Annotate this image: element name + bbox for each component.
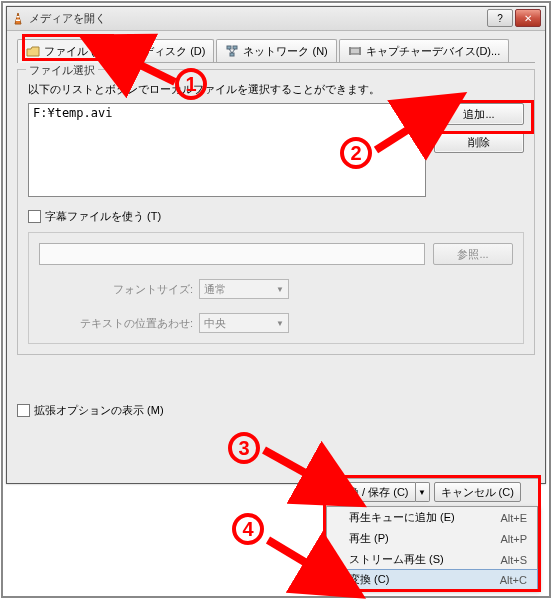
menu-item-label: 再生キューに追加 (E) <box>349 510 455 525</box>
font-size-label: フォントサイズ: <box>39 282 199 297</box>
svg-rect-6 <box>233 46 237 49</box>
svg-rect-7 <box>230 53 234 56</box>
svg-rect-10 <box>359 47 361 55</box>
checkbox-icon[interactable] <box>17 404 30 417</box>
menu-item-play[interactable]: 再生 (P) Alt+P <box>327 528 537 549</box>
extended-checkbox-row[interactable]: 拡張オプションの表示 (M) <box>17 403 535 418</box>
svg-point-4 <box>131 50 134 53</box>
browse-button: 参照... <box>433 243 513 265</box>
subtitle-path-input <box>39 243 425 265</box>
remove-button[interactable]: 削除 <box>434 131 524 153</box>
menu-item-shortcut: Alt+C <box>500 574 527 586</box>
network-icon <box>225 44 239 58</box>
svg-marker-0 <box>15 13 21 24</box>
help-button[interactable]: ? <box>487 9 513 27</box>
file-select-group: ファイル選択 以下のリストとボタンでローカルファイルを選択することができます。 … <box>17 69 535 355</box>
align-value: 中央 <box>204 316 226 331</box>
cancel-button[interactable]: キャンセル (C) <box>434 482 521 502</box>
add-button[interactable]: 追加... <box>434 103 524 125</box>
font-size-value: 通常 <box>204 282 226 297</box>
tab-capture[interactable]: キャプチャーデバイス(D)... <box>339 39 509 62</box>
svg-rect-5 <box>227 46 231 49</box>
action-panel: 変換 / 保存 (C) ▼ キャンセル (C) 再生キューに追加 (E) Alt… <box>326 478 538 590</box>
file-list[interactable]: F:¥temp.avi <box>28 103 426 197</box>
tab-label: ディスク (D) <box>143 44 205 59</box>
subtitle-checkbox-label: 字幕ファイルを使う (T) <box>45 209 161 224</box>
chevron-down-icon: ▼ <box>276 285 284 294</box>
menu-item-label: 再生 (P) <box>349 531 389 546</box>
menu-item-enqueue[interactable]: 再生キューに追加 (E) Alt+E <box>327 507 537 528</box>
tab-label: ネットワーク (N) <box>243 44 327 59</box>
font-size-combo: 通常 ▼ <box>199 279 289 299</box>
extended-checkbox-label: 拡張オプションの表示 (M) <box>34 403 164 418</box>
window-buttons: ? ✕ <box>485 9 541 27</box>
open-media-dialog: メディアを開く ? ✕ ファイル (F) ディスク (D) <box>6 6 546 484</box>
close-button[interactable]: ✕ <box>515 9 541 27</box>
tabs: ファイル (F) ディスク (D) ネットワーク (N) キャプチャーデバイス(… <box>17 39 535 63</box>
menu-item-shortcut: Alt+P <box>500 533 527 545</box>
dialog-body: ファイル (F) ディスク (D) ネットワーク (N) キャプチャーデバイス(… <box>7 31 545 426</box>
checkbox-icon[interactable] <box>28 210 41 223</box>
menu-item-convert[interactable]: 変換 (C) Alt+C <box>326 569 538 590</box>
disc-icon <box>125 44 139 58</box>
svg-rect-2 <box>16 19 20 21</box>
align-label: テキストの位置あわせ: <box>39 316 199 331</box>
file-select-instruction: 以下のリストとボタンでローカルファイルを選択することができます。 <box>28 82 524 97</box>
menu-item-label: ストリーム再生 (S) <box>349 552 444 567</box>
svg-rect-1 <box>17 16 20 18</box>
convert-save-button[interactable]: 変換 / 保存 (C) <box>330 482 416 502</box>
capture-icon <box>348 44 362 58</box>
subtitle-checkbox-row[interactable]: 字幕ファイルを使う (T) <box>28 209 524 224</box>
convert-save-split-button[interactable]: 変換 / 保存 (C) ▼ <box>330 482 430 502</box>
tab-disc[interactable]: ディスク (D) <box>116 39 214 62</box>
file-select-legend: ファイル選択 <box>26 63 98 78</box>
tab-network[interactable]: ネットワーク (N) <box>216 39 336 62</box>
tab-file[interactable]: ファイル (F) <box>17 39 114 63</box>
tab-label: ファイル (F) <box>44 44 105 59</box>
action-menu: 再生キューに追加 (E) Alt+E 再生 (P) Alt+P ストリーム再生 … <box>326 506 538 590</box>
chevron-down-icon: ▼ <box>276 319 284 328</box>
tab-label: キャプチャーデバイス(D)... <box>366 44 500 59</box>
align-combo: 中央 ▼ <box>199 313 289 333</box>
split-arrow[interactable]: ▼ <box>416 482 430 502</box>
folder-icon <box>26 45 40 59</box>
menu-item-shortcut: Alt+S <box>500 554 527 566</box>
menu-item-label: 変換 (C) <box>349 572 389 587</box>
window-title: メディアを開く <box>29 11 106 26</box>
svg-rect-8 <box>350 48 360 54</box>
file-list-item[interactable]: F:¥temp.avi <box>33 106 421 120</box>
menu-item-shortcut: Alt+E <box>500 512 527 524</box>
menu-item-stream[interactable]: ストリーム再生 (S) Alt+S <box>327 549 537 570</box>
svg-rect-9 <box>349 47 351 55</box>
titlebar[interactable]: メディアを開く ? ✕ <box>7 7 545 31</box>
vlc-cone-icon <box>11 12 25 26</box>
subtitle-group: 参照... フォントサイズ: 通常 ▼ テキストの位置あわせ: 中央 ▼ <box>28 232 524 344</box>
